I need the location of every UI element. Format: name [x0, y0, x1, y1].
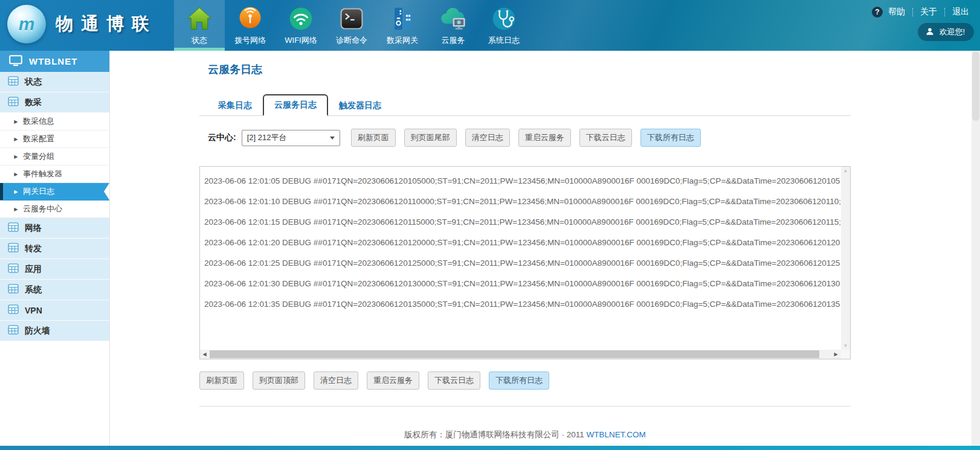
sidebar-item-label: 变量分组: [23, 151, 54, 162]
nav-label: 系统日志: [488, 35, 520, 46]
download-cloud-log-button-bottom[interactable]: 下载云日志: [428, 371, 480, 390]
logo-letter: m: [19, 14, 35, 34]
menu-grid-icon: [8, 304, 19, 316]
sidebar-item-label: 网关日志: [23, 186, 54, 197]
wtblnet-link[interactable]: WTBLNET.COM: [587, 430, 646, 439]
menu-grid-icon: [8, 243, 19, 254]
horizontal-scrollbar[interactable]: ◀ ▶: [200, 350, 841, 359]
triangle-bullet-icon: ▶: [14, 154, 18, 159]
sidebar-item-label: 系统: [25, 284, 42, 295]
clear-log-button-bottom[interactable]: 清空日志: [314, 371, 358, 390]
restart-cloud-service-button[interactable]: 重启云服务: [518, 129, 571, 147]
content: 云服务日志 采集日志 云服务日志 触发器日志 云中心: [2] 212平台 刷新…: [199, 51, 851, 440]
sidebar-item-system[interactable]: 系统: [0, 280, 109, 300]
sidebar-item-label: 云服务中心: [23, 204, 62, 214]
copyright-text: 版权所有：厦门物通博联网络科技有限公司 · 2011: [404, 430, 584, 439]
scrollbar-corner: [841, 350, 850, 359]
nav-system-log[interactable]: 系统日志: [479, 0, 529, 51]
sidebar-item-label: 防火墙: [25, 326, 50, 336]
sidebar-item-vpn[interactable]: VPN: [0, 300, 109, 321]
nav-dialup-network[interactable]: 拨号网络: [225, 0, 276, 51]
menu-grid-icon: [8, 284, 19, 295]
brand-logo-icon: m: [7, 5, 46, 43]
log-panel: 2023-06-06 12:01:05 DEBUG ##0171QN=20230…: [199, 166, 851, 359]
sidebar-item-application[interactable]: 应用: [0, 259, 109, 280]
sidebar-item-forwarding[interactable]: 转发: [0, 239, 109, 259]
goto-page-top-button[interactable]: 到页面顶部: [253, 371, 305, 390]
scroll-left-icon[interactable]: ◀: [200, 350, 209, 359]
menu-grid-icon: [8, 97, 19, 108]
scroll-right-icon[interactable]: ▶: [831, 350, 840, 359]
cloud-center-selected-value: [2] 212平台: [247, 132, 287, 143]
scroll-down-icon[interactable]: ▼: [843, 343, 848, 349]
nav-label: 云服务: [442, 35, 465, 46]
tab-cloud-service-log[interactable]: 云服务日志: [263, 94, 328, 116]
sidebar-item-network[interactable]: 网络: [0, 218, 109, 239]
log-lines: 2023-06-06 12:01:05 DEBUG ##0171QN=20230…: [200, 171, 840, 315]
sidebar-item-label: 转发: [25, 243, 42, 254]
clear-log-button[interactable]: 清空日志: [465, 129, 510, 147]
goto-page-bottom-button[interactable]: 到页面尾部: [404, 129, 457, 147]
nav-label: 拨号网络: [234, 35, 266, 46]
scroll-up-icon[interactable]: ▲: [843, 168, 848, 173]
sidebar-subitem-collection-config[interactable]: ▶ 数采配置: [0, 130, 109, 148]
log-line: 2023-06-06 12:01:20 DEBUG ##0171QN=20230…: [200, 233, 840, 253]
nav-status[interactable]: 状态: [174, 0, 225, 51]
nav-label: 状态: [192, 35, 207, 46]
help-link[interactable]: 帮助: [888, 7, 905, 18]
vertical-scrollbar[interactable]: ▲ ▼: [841, 167, 850, 350]
log-line: 2023-06-06 12:01:25 DEBUG ##0171QN=20230…: [200, 253, 840, 274]
nav-cloud-service[interactable]: 云服务: [428, 0, 479, 51]
tab-bar: 采集日志 云服务日志 触发器日志: [199, 94, 851, 116]
monitor-icon: [9, 55, 22, 68]
page-title: 云服务日志: [208, 62, 851, 77]
restart-cloud-service-button-bottom[interactable]: 重启云服务: [367, 371, 419, 390]
logout-link[interactable]: 退出: [952, 7, 969, 18]
triangle-bullet-icon: ▶: [14, 172, 18, 177]
refresh-page-button-bottom[interactable]: 刷新页面: [199, 371, 244, 390]
cloud-service-icon: [438, 4, 468, 33]
tab-collection-log[interactable]: 采集日志: [208, 96, 262, 115]
terminal-icon: [338, 4, 365, 33]
horizontal-scrollbar-thumb[interactable]: [210, 350, 819, 358]
wifi-icon: [288, 4, 314, 33]
download-cloud-log-button[interactable]: 下载云日志: [579, 129, 632, 147]
sidebar-subitem-variable-group[interactable]: ▶ 变量分组: [0, 148, 109, 166]
sidebar-item-label: 状态: [25, 77, 42, 88]
refresh-page-button[interactable]: 刷新页面: [351, 129, 396, 147]
menu-grid-icon: [8, 222, 19, 234]
sidebar-item-status[interactable]: 状态: [0, 72, 109, 92]
sidebar-subitem-collection-info[interactable]: ▶ 数采信息: [0, 113, 109, 130]
triangle-bullet-icon: ▶: [14, 119, 18, 124]
menu-grid-icon: [8, 325, 19, 336]
chevron-down-icon: [330, 137, 335, 140]
device-name: WTBLNET: [29, 56, 77, 66]
nav-wifi-network[interactable]: WIFI网络: [276, 0, 326, 51]
sidebar-item-label: 数采配置: [23, 133, 54, 144]
welcome-badge[interactable]: 欢迎您!: [918, 23, 974, 41]
tab-trigger-log[interactable]: 触发器日志: [329, 96, 392, 115]
page-scrollbar-thumb[interactable]: [972, 51, 979, 121]
main-area: 云服务日志 采集日志 云服务日志 触发器日志 云中心: [2] 212平台 刷新…: [111, 51, 972, 446]
triangle-bullet-icon: ▶: [14, 189, 18, 194]
stethoscope-icon: [491, 4, 517, 33]
footer: 版权所有：厦门物通博联网络科技有限公司 · 2011 WTBLNET.COM: [199, 406, 851, 440]
cloud-center-select[interactable]: [2] 212平台: [242, 130, 340, 146]
nav-label: WIFI网络: [285, 35, 317, 46]
nav-data-gateway[interactable]: 数采网关: [377, 0, 428, 51]
toolbar-bottom: 刷新页面 到页面顶部 清空日志 重启云服务 下载云日志 下载所有日志: [199, 371, 851, 390]
help-icon[interactable]: ?: [872, 7, 883, 18]
top-nav: 状态 拨号网络 WIFI网络 诊断命令 数采网关: [174, 0, 529, 51]
sidebar-subitem-cloud-service-center[interactable]: ▶ 云服务中心: [0, 201, 109, 218]
sidebar-subitem-gateway-log[interactable]: ▶ 网关日志: [0, 183, 109, 201]
about-link[interactable]: 关于: [920, 7, 937, 18]
sidebar-device-title: WTBLNET: [0, 51, 109, 72]
page-scrollbar[interactable]: [972, 51, 980, 446]
sidebar-subitem-event-trigger[interactable]: ▶ 事件触发器: [0, 166, 109, 183]
nav-diagnostic-command[interactable]: 诊断命令: [326, 0, 377, 51]
sidebar-item-firewall[interactable]: 防火墙: [0, 321, 109, 341]
download-all-logs-button-bottom[interactable]: 下载所有日志: [489, 371, 549, 390]
brand: m 物通博联: [7, 5, 157, 43]
download-all-logs-button[interactable]: 下载所有日志: [640, 129, 701, 147]
sidebar-item-data-collection[interactable]: 数采: [0, 92, 109, 113]
